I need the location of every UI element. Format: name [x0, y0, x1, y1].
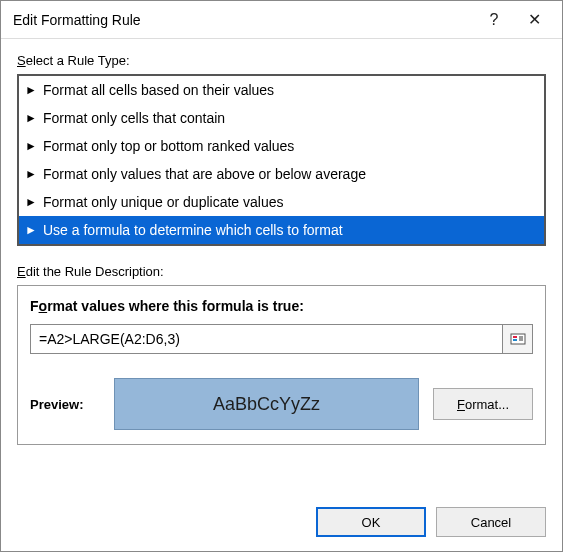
- close-icon: ✕: [528, 10, 541, 29]
- svg-rect-1: [513, 336, 517, 338]
- list-marker-icon: ►: [25, 79, 39, 101]
- rule-type-text: Format all cells based on their values: [43, 79, 274, 101]
- formula-input[interactable]: [30, 324, 503, 354]
- formula-row: [30, 324, 533, 354]
- edit-formatting-rule-dialog: Edit Formatting Rule ? ✕ Select a Rule T…: [0, 0, 563, 552]
- help-button[interactable]: ?: [474, 6, 514, 34]
- rule-type-text: Format only cells that contain: [43, 107, 225, 129]
- list-marker-icon: ►: [25, 107, 39, 129]
- list-marker-icon: ►: [25, 191, 39, 213]
- select-rule-type-label: Select a Rule Type:: [17, 53, 546, 68]
- rule-type-item[interactable]: ► Format only cells that contain: [19, 104, 544, 132]
- dialog-title: Edit Formatting Rule: [13, 12, 474, 28]
- refedit-icon: [510, 331, 526, 347]
- svg-rect-2: [513, 339, 517, 341]
- rule-type-list[interactable]: ► Format all cells based on their values…: [17, 74, 546, 246]
- dialog-footer: OK Cancel: [1, 497, 562, 551]
- rule-type-item[interactable]: ► Format only unique or duplicate values: [19, 188, 544, 216]
- rule-type-text: Use a formula to determine which cells t…: [43, 219, 343, 241]
- titlebar: Edit Formatting Rule ? ✕: [1, 1, 562, 39]
- list-marker-icon: ►: [25, 219, 39, 241]
- preview-swatch: AaBbCcYyZz: [114, 378, 419, 430]
- rule-type-item[interactable]: ► Format only values that are above or b…: [19, 160, 544, 188]
- preview-sample-text: AaBbCcYyZz: [213, 394, 320, 415]
- ok-button[interactable]: OK: [316, 507, 426, 537]
- formula-title: Format values where this formula is true…: [30, 298, 533, 314]
- rule-type-text: Format only unique or duplicate values: [43, 191, 283, 213]
- rule-type-item[interactable]: ► Use a formula to determine which cells…: [19, 216, 544, 244]
- list-marker-icon: ►: [25, 135, 39, 157]
- refedit-button[interactable]: [503, 324, 533, 354]
- cancel-button[interactable]: Cancel: [436, 507, 546, 537]
- format-button[interactable]: Format...: [433, 388, 533, 420]
- content-area: Select a Rule Type: ► Format all cells b…: [1, 39, 562, 497]
- preview-label: Preview:: [30, 397, 100, 412]
- rule-type-item[interactable]: ► Format all cells based on their values: [19, 76, 544, 104]
- help-icon: ?: [490, 11, 499, 29]
- rule-description-box: Format values where this formula is true…: [17, 285, 546, 445]
- rule-type-item[interactable]: ► Format only top or bottom ranked value…: [19, 132, 544, 160]
- rule-type-text: Format only values that are above or bel…: [43, 163, 366, 185]
- close-button[interactable]: ✕: [514, 6, 554, 34]
- edit-description-label: Edit the Rule Description:: [17, 264, 546, 279]
- list-marker-icon: ►: [25, 163, 39, 185]
- rule-type-text: Format only top or bottom ranked values: [43, 135, 294, 157]
- preview-row: Preview: AaBbCcYyZz Format...: [30, 378, 533, 430]
- svg-rect-3: [519, 336, 523, 341]
